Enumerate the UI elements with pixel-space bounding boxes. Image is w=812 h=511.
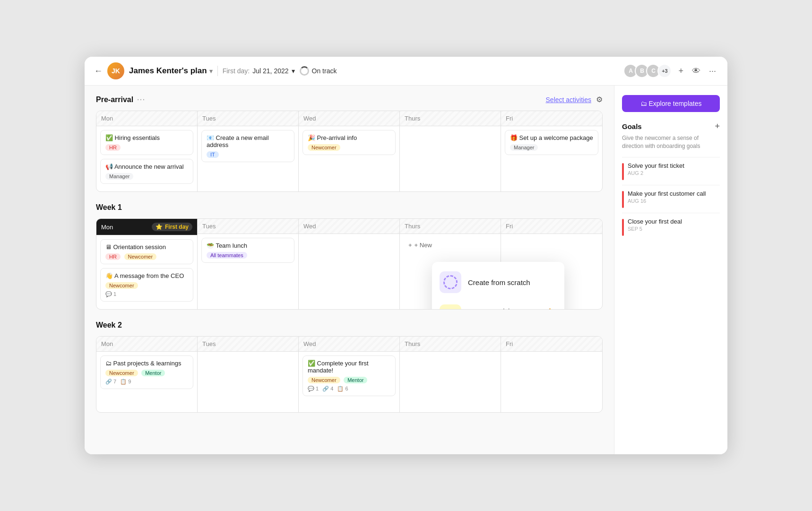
pre-arrival-grid: Mon ✅ Hiring essentials HR 📢 Announce th… (96, 111, 603, 192)
week1-fri-header: Fri (501, 219, 602, 234)
pre-arrival-fri-header: Fri (501, 111, 602, 126)
week1-tues-header: Tues (198, 219, 298, 234)
card-title: 📧 Create a new email address (207, 134, 289, 148)
goal-date: SEP 5 (628, 226, 682, 232)
plan-title-chevron: ▾ (209, 68, 213, 75)
card-team-lunch[interactable]: 🥗 Team lunch All teammates (201, 238, 294, 263)
week2-tues-col: Tues (198, 337, 299, 412)
goal-text: Close your first deal (628, 218, 682, 225)
goal-content: Make your first customer call AUG 16 (628, 190, 706, 204)
card-ceo-message[interactable]: 👋 A message from the CEO Newcomer 💬 1 (100, 268, 193, 302)
tag-newcomer: Newcomer (105, 370, 138, 376)
tag-hr: HR (105, 253, 121, 260)
pre-arrival-wed-header: Wed (299, 111, 399, 126)
pre-arrival-dots[interactable]: ··· (137, 96, 146, 104)
pre-arrival-section: Pre-arrival ··· Select activities ⚙ Mon (96, 95, 603, 192)
dropdown-item-browse[interactable]: Browse activity library 👆 (432, 299, 564, 310)
first-day-label: First day: (223, 67, 250, 75)
add-goal-button[interactable]: + (715, 121, 720, 131)
back-button[interactable]: ← (94, 66, 103, 76)
card-announce-arrival[interactable]: 📢 Announce the new arrival Manager (100, 159, 193, 184)
pre-arrival-mon-header: Mon (96, 111, 197, 126)
goal-solve-ticket[interactable]: Solve your first ticket AUG 2 (622, 157, 720, 185)
spinner-icon (300, 66, 309, 76)
card-title: ✅ Complete your first mandate! (308, 360, 390, 374)
explore-templates-button[interactable]: 🗂 Explore templates (622, 95, 720, 112)
select-activities-link[interactable]: Select activities (546, 96, 591, 104)
week2-fri-body (501, 352, 602, 359)
first-day-badge[interactable]: First day: Jul 21, 2022 ▾ (223, 67, 295, 75)
card-title: 📢 Announce the new arrival (105, 163, 188, 170)
tag-newcomer: Newcomer (308, 144, 340, 151)
card-title: 🎉 Pre-arrival info (308, 134, 390, 141)
pre-arrival-thurs-col: Thurs (400, 111, 501, 191)
pre-arrival-mon-col: Mon ✅ Hiring essentials HR 📢 Announce th… (96, 111, 198, 191)
calendar-area: Pre-arrival ··· Select activities ⚙ Mon (85, 86, 614, 454)
filter-icon[interactable]: ⚙ (596, 95, 603, 104)
card-title: 🎁 Set up a welcome package (510, 134, 593, 141)
goal-date: AUG 2 (628, 170, 684, 176)
avatar-initials: JK (112, 67, 120, 75)
goal-indicator (622, 163, 624, 180)
card-complete-mandate[interactable]: ✅ Complete your first mandate! Newcomer … (302, 355, 396, 396)
week2-section: Week 2 Mon 🗂 Past projects & learnings N… (96, 321, 603, 413)
first-day-value: Jul 21, 2022 (252, 67, 288, 75)
week1-wed-col: Wed (299, 219, 400, 309)
goal-content: Solve your first ticket AUG 2 (628, 162, 684, 176)
week2-label: Week 2 (96, 321, 603, 329)
header: ← JK James Kenter's plan ▾ First day: Ju… (85, 57, 727, 86)
header-right: A B C +3 + 👁 ··· (623, 64, 718, 78)
create-scratch-label: Create from scratch (468, 278, 530, 286)
card-orientation[interactable]: 🖥 Orientation session HR Newcomer (100, 239, 193, 264)
on-track-status: On track (300, 66, 337, 76)
new-label: + New (415, 242, 432, 249)
pre-arrival-header: Pre-arrival ··· Select activities ⚙ (96, 95, 603, 104)
card-hiring-essentials[interactable]: ✅ Hiring essentials HR (100, 130, 193, 155)
comment-count: 💬 1 (308, 386, 319, 392)
card-pre-arrival-info[interactable]: 🎉 Pre-arrival info Newcomer (302, 130, 396, 155)
card-email-address[interactable]: 📧 Create a new email address IT (201, 130, 294, 162)
tag-all-teammates: All teammates (207, 252, 247, 259)
card-title: ✅ Hiring essentials (105, 134, 188, 141)
card-title: 🗂 Past projects & learnings (105, 360, 188, 367)
goal-customer-call[interactable]: Make your first customer call AUG 16 (622, 185, 720, 213)
pre-arrival-mon-body: ✅ Hiring essentials HR 📢 Announce the ne… (96, 126, 197, 191)
comment-count: 💬 1 (105, 291, 116, 297)
week1-mon-col: Mon ⭐ First day 🖥 Orientation session HR… (96, 219, 198, 309)
pre-arrival-thurs-header: Thurs (400, 111, 501, 126)
header-left: ← JK James Kenter's plan ▾ First day: Ju… (94, 62, 617, 79)
pre-arrival-fri-body: 🎁 Set up a welcome package Manager (501, 126, 602, 163)
week2-tues-header: Tues (198, 337, 298, 352)
week1-tues-col: Tues 🥗 Team lunch All teammates (198, 219, 299, 309)
week1-tues-body: 🥗 Team lunch All teammates (198, 234, 298, 270)
browse-library-label: Browse activity library (468, 307, 534, 310)
new-activity-button[interactable]: + + New (404, 238, 437, 252)
first-day-label-badge: ⭐ First day (152, 223, 192, 231)
week2-thurs-header: Thurs (400, 337, 501, 352)
goals-description: Give the newcomer a sense of direction w… (622, 134, 720, 150)
tag-hr: HR (105, 144, 121, 151)
week2-fri-col: Fri (501, 337, 602, 412)
more-options-button[interactable]: ··· (707, 64, 718, 78)
plan-title[interactable]: James Kenter's plan ▾ (129, 66, 213, 76)
link-count: 🔗 7 (105, 379, 116, 385)
card-title: 🖥 Orientation session (105, 243, 188, 251)
card-past-projects[interactable]: 🗂 Past projects & learnings Newcomer Men… (100, 355, 193, 389)
card-welcome-package[interactable]: 🎁 Set up a welcome package Manager (505, 130, 598, 155)
week2-thurs-body (400, 352, 501, 359)
main-content: Pre-arrival ··· Select activities ⚙ Mon (85, 86, 727, 454)
card-meta: 🔗 7 📋 9 (105, 379, 188, 385)
card-title: 🥗 Team lunch (207, 242, 289, 249)
add-collaborator-button[interactable]: + (676, 64, 685, 78)
sidebar-goals-header: Goals + (622, 121, 720, 131)
tag-newcomer: Newcomer (308, 377, 340, 383)
collaborator-count[interactable]: +3 (657, 64, 672, 78)
goal-first-deal[interactable]: Close your first deal SEP 5 (622, 213, 720, 241)
week2-thurs-col: Thurs (400, 337, 501, 412)
pre-arrival-tues-col: Tues 📧 Create a new email address IT (198, 111, 299, 191)
card-meta: 💬 1 (105, 291, 188, 297)
create-scratch-icon-box (440, 271, 461, 293)
view-button[interactable]: 👁 (690, 64, 702, 78)
dropdown-item-create[interactable]: Create from scratch (432, 266, 564, 299)
card-title: 👋 A message from the CEO (105, 272, 188, 279)
